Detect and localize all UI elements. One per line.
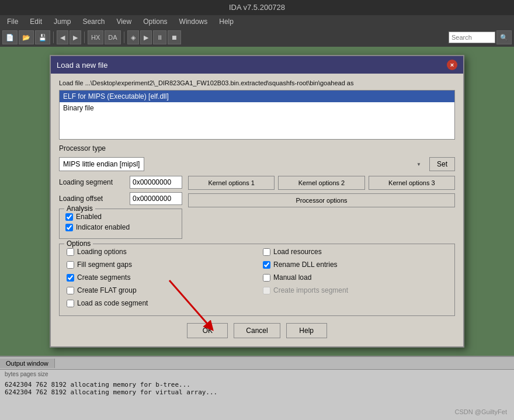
processor-options-button[interactable]: Processor options [188, 193, 455, 207]
toolbar: 📄 📂 💾 ◀ ▶ HX DA ◈ ▶ ⏸ ⏹ 🔍 [0, 28, 514, 47]
loading-options-label: Loading options [77, 248, 127, 256]
dialog-body: Load file ...\Desktop\experiment2\_DIR82… [51, 74, 463, 346]
dialog-title-bar: Load a new file × [51, 56, 463, 74]
indicator-enabled-label: Indicator enabled [76, 223, 130, 231]
loading-offset-label: Loading offset [59, 195, 126, 203]
fill-segment-label: Fill segment gaps [77, 261, 132, 269]
toolbar-sep-3 [124, 32, 124, 43]
menu-bar: File Edit Jump Search View Options Windo… [0, 15, 514, 28]
toolbar-back[interactable]: ◀ [57, 30, 68, 44]
loading-segment-input[interactable] [130, 176, 182, 189]
right-panel: Kernel options 1 Kernel options 2 Kernel… [188, 176, 455, 239]
output-content: 6242304 762 8192 allocating memory for b… [0, 379, 514, 398]
left-panel: Loading segment Loading offset Analysis [59, 176, 182, 239]
menu-jump[interactable]: Jump [51, 17, 73, 26]
toolbar-search-btn[interactable]: 🔍 [496, 30, 512, 44]
toolbar-sep-1 [53, 32, 54, 43]
dialog-buttons: OK Cancel Help [59, 323, 455, 338]
dialog-close-button[interactable]: × [447, 60, 457, 70]
create-segments-label: Create segments [77, 273, 130, 282]
toolbar-save[interactable]: 💾 [35, 30, 50, 44]
search-input[interactable] [449, 32, 495, 43]
toolbar-hex[interactable]: HX [88, 30, 103, 44]
create-imports-checkbox [263, 287, 270, 294]
loading-options-checkbox[interactable] [67, 248, 74, 256]
output-line-1: 6242304 762 8192 allocating memory for b… [5, 381, 509, 388]
dialog-overlay: Load a new file × Load file ...\Desktop\… [0, 47, 514, 356]
manual-load-checkbox[interactable] [263, 274, 270, 282]
rename-dll-checkbox[interactable] [263, 261, 270, 269]
toolbar-stop[interactable]: ⏹ [168, 30, 181, 44]
main-area: Load a new file × Load file ...\Desktop\… [0, 47, 514, 420]
load-code-row: Load as code segment [67, 299, 251, 307]
create-imports-label: Create imports segment [273, 286, 348, 294]
kernel-buttons-row: Kernel options 1 Kernel options 2 Kernel… [188, 176, 455, 190]
indicator-enabled-row: Indicator enabled [65, 223, 176, 231]
output-col-headers: bytes pages size [0, 370, 514, 379]
rename-dll-label: Rename DLL entries [273, 261, 338, 269]
menu-view[interactable]: View [114, 17, 134, 26]
toolbar-run[interactable]: ▶ [140, 30, 152, 44]
title-bar: IDA v7.5.200728 [0, 0, 514, 15]
options-group: Options Loading options Fill segment gap… [59, 244, 455, 316]
ok-button[interactable]: OK [187, 323, 228, 338]
fill-segment-row: Fill segment gaps [67, 261, 251, 269]
menu-file[interactable]: File [5, 17, 20, 26]
toolbar-new[interactable]: 📄 [2, 30, 18, 44]
processor-select-row: MIPS little endian [mipsl] Set [59, 157, 455, 171]
kernel-options-2-button[interactable]: Kernel options 2 [278, 176, 364, 190]
help-button[interactable]: Help [286, 323, 327, 338]
app-title: IDA v7.5.200728 [229, 3, 285, 12]
file-list[interactable]: ELF for MIPS (Executable) [elf.dll] Bina… [59, 90, 455, 140]
create-flat-group-label: Create FLAT group [77, 286, 137, 294]
menu-options[interactable]: Options [141, 17, 169, 26]
output-tab[interactable]: Output window [0, 359, 55, 368]
processor-select[interactable]: MIPS little endian [mipsl] [59, 157, 144, 171]
toolbar-graph[interactable]: ◈ [127, 30, 139, 44]
toolbar-pause[interactable]: ⏸ [153, 30, 166, 44]
loading-options-row: Loading options [67, 248, 251, 256]
file-list-item-elf[interactable]: ELF for MIPS (Executable) [elf.dll] [60, 91, 454, 102]
load-resources-label: Load resources [273, 248, 322, 256]
fill-segment-checkbox[interactable] [67, 261, 74, 269]
output-line-2: 6242304 762 8192 allocating memory for v… [5, 388, 509, 396]
toolbar-disasm[interactable]: DA [105, 30, 120, 44]
analysis-group: Analysis Enabled Indicator enabled [59, 209, 182, 239]
load-as-code-checkbox[interactable] [67, 300, 74, 307]
menu-help[interactable]: Help [217, 17, 236, 26]
set-button[interactable]: Set [429, 157, 455, 171]
analysis-legend: Analysis [64, 204, 95, 213]
create-segments-row: Create segments [67, 273, 251, 282]
output-header: Output window [0, 357, 514, 370]
cancel-button[interactable]: Cancel [234, 323, 280, 338]
menu-edit[interactable]: Edit [27, 17, 44, 26]
create-imports-row: Create imports segment [263, 286, 447, 294]
menu-windows[interactable]: Windows [177, 17, 210, 26]
middle-section: Loading segment Loading offset Analysis [59, 176, 455, 239]
enabled-checkbox[interactable] [65, 213, 73, 221]
options-columns: Loading options Fill segment gaps Create… [67, 248, 447, 310]
toolbar-fwd[interactable]: ▶ [70, 30, 81, 44]
kernel-options-1-button[interactable]: Kernel options 1 [188, 176, 275, 190]
menu-search[interactable]: Search [80, 17, 107, 26]
enabled-row: Enabled [65, 213, 176, 221]
create-segments-checkbox[interactable] [67, 274, 74, 282]
indicator-enabled-checkbox[interactable] [65, 224, 73, 231]
file-list-item-binary[interactable]: Binary file [60, 102, 454, 114]
load-resources-row: Load resources [263, 248, 447, 256]
load-as-code-label: Load as code segment [77, 299, 148, 307]
manual-load-label: Manual load [273, 273, 311, 282]
load-file-dialog: Load a new file × Load file ...\Desktop\… [50, 55, 464, 348]
loading-offset-input[interactable] [130, 192, 182, 205]
create-flat-row: Create FLAT group [67, 286, 251, 294]
processor-type-row: Processor type [59, 144, 455, 152]
toolbar-open[interactable]: 📂 [19, 30, 34, 44]
rename-dll-row: Rename DLL entries [263, 261, 447, 269]
output-window: Output window bytes pages size 6242304 7… [0, 356, 514, 420]
dialog-title: Load a new file [57, 61, 107, 70]
kernel-options-3-button[interactable]: Kernel options 3 [369, 176, 455, 190]
manual-load-row: Manual load [263, 273, 447, 282]
create-flat-group-checkbox[interactable] [67, 287, 74, 294]
file-path-label: Load file ...\Desktop\experiment2\_DIR82… [59, 79, 455, 86]
load-resources-checkbox[interactable] [263, 248, 270, 256]
